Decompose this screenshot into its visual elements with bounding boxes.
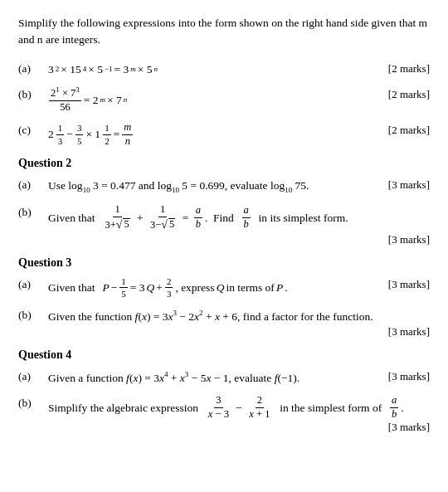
question-3-block: Question 3 (a) Given that P − 15 = 3Q + … (18, 256, 430, 339)
q3a-marks: [3 marks] (388, 278, 430, 291)
q2b-marks: [3 marks] (18, 233, 430, 246)
question-3-title: Question 3 (18, 256, 430, 270)
q2b-label: (b) (18, 204, 48, 219)
q1c-marks: [2 marks] (388, 124, 430, 137)
q2-part-a: (a) Use log10 3 = 0.477 and log10 5 = 0.… (18, 177, 430, 196)
q1a-label: (a) (18, 61, 48, 76)
q4a-marks: [3 marks] (388, 370, 430, 383)
q4a-content: Given a function f(x) = 3x4 + x3 − 5x − … (48, 368, 430, 387)
q3-part-b: (b) Given the function f(x) = 3x3 − 2x2 … (18, 307, 430, 339)
q4a-label: (a) (18, 368, 48, 383)
q2a-marks: [3 marks] (388, 178, 430, 192)
q4-part-a: (a) Given a function f(x) = 3x4 + x3 − 5… (18, 368, 430, 387)
intro-text: Simplify the following expressions into … (18, 15, 430, 49)
q4-part-b: (b) Simplify the algebraic expression 3 … (18, 395, 430, 434)
q3-part-a: (a) Given that P − 15 = 3Q + 23 , expres… (18, 276, 430, 299)
q1-part-c: (c) 213 − 35 × 112 = m n [2 marks] (18, 122, 430, 148)
q1b-label: (b) (18, 86, 48, 101)
q1a-content: 32 × 154 × 5−1 = 3m × 5n (48, 61, 430, 79)
q1c-label: (c) (18, 122, 48, 137)
q2b-content: Given that 1 3+√5 + 1 3−√5 = a b (48, 204, 430, 231)
q3b-content: Given the function f(x) = 3x3 − 2x2 + x … (48, 307, 430, 325)
q4b-content: Simplify the algebraic expression 3 x − … (48, 395, 430, 421)
q2-part-b: (b) Given that 1 3+√5 + 1 3−√5 = (18, 204, 430, 246)
q3b-label: (b) (18, 307, 48, 322)
q1b-content: 21 × 73 56 = 2m × 7n (48, 86, 430, 114)
q3a-label: (a) (18, 276, 48, 291)
question-4-block: Question 4 (a) Given a function f(x) = 3… (18, 348, 430, 434)
q2a-content: Use log10 3 = 0.477 and log10 5 = 0.699,… (48, 177, 430, 196)
q1-part-b: (b) 21 × 73 56 = 2m × 7n [2 marks] (18, 86, 430, 114)
question-2-title: Question 2 (18, 157, 430, 170)
q1b-marks: [2 marks] (388, 88, 430, 101)
q1a-marks: [2 marks] (388, 62, 430, 76)
q4b-label: (b) (18, 395, 48, 410)
q1c-content: 213 − 35 × 112 = m n (48, 122, 430, 148)
q3a-content: Given that P − 15 = 3Q + 23 , express Q … (48, 276, 430, 299)
q3b-marks: [3 marks] (18, 325, 430, 339)
q1-part-a: (a) 32 × 154 × 5−1 = 3m × 5n [2 marks] (18, 61, 430, 79)
question-4-title: Question 4 (18, 348, 430, 362)
question-2-block: Question 2 (a) Use log10 3 = 0.477 and l… (18, 157, 430, 246)
q2a-label: (a) (18, 177, 48, 192)
question-1-block: (a) 32 × 154 × 5−1 = 3m × 5n [2 marks] (… (18, 61, 430, 148)
q4b-marks: [3 marks] (18, 421, 430, 434)
